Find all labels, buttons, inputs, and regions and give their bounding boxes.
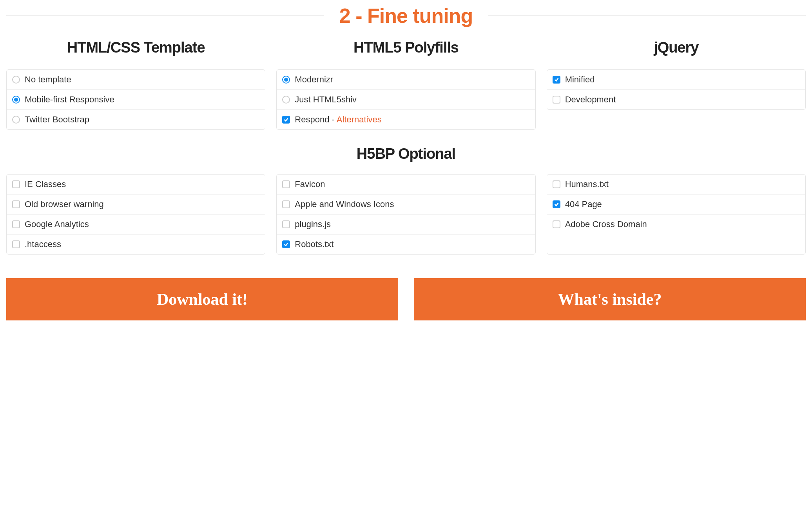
h5bp-group-3: Humans.txt 404 Page Adobe Cross Domain xyxy=(547,174,806,255)
option-group-template: No template Mobile-first Responsive Twit… xyxy=(6,69,265,130)
checkbox-icon xyxy=(282,240,290,248)
radio-icon xyxy=(12,76,20,84)
whats-inside-button[interactable]: What's inside? xyxy=(414,278,806,320)
option-respond[interactable]: Respond - Alternatives xyxy=(277,110,535,129)
column-title-polyfills: HTML5 Polyfills xyxy=(276,39,535,56)
option-group-jquery: Minified Development xyxy=(547,69,806,110)
checkbox-icon xyxy=(553,200,560,208)
option-bootstrap[interactable]: Twitter Bootstrap xyxy=(7,110,265,129)
option-old-browser-warning[interactable]: Old browser warning xyxy=(7,195,265,215)
checkbox-icon xyxy=(282,180,290,188)
column-title-jquery: jQuery xyxy=(547,39,806,56)
checkbox-icon xyxy=(553,76,560,84)
option-label: plugins.js xyxy=(295,219,529,229)
section-title: 2 - Fine tuning xyxy=(324,4,488,27)
option-label: Google Analytics xyxy=(25,219,259,229)
option-404-page[interactable]: 404 Page xyxy=(547,195,805,215)
option-minified[interactable]: Minified xyxy=(547,70,805,90)
radio-icon xyxy=(282,76,290,84)
download-button[interactable]: Download it! xyxy=(6,278,398,320)
column-jquery: jQuery Minified Development xyxy=(547,39,806,130)
column-polyfills: HTML5 Polyfills Modernizr Just HTML5shiv… xyxy=(276,39,535,130)
h5bp-group-2: Favicon Apple and Windows Icons plugins.… xyxy=(276,174,535,255)
option-ie-classes[interactable]: IE Classes xyxy=(7,175,265,195)
option-label: Apple and Windows Icons xyxy=(295,199,529,209)
option-no-template[interactable]: No template xyxy=(7,70,265,90)
radio-icon xyxy=(282,96,290,104)
checkbox-icon xyxy=(553,220,560,228)
alternatives-link[interactable]: Alternatives xyxy=(337,115,382,124)
checkbox-icon xyxy=(282,220,290,228)
divider-left xyxy=(6,15,324,16)
column-title-template: HTML/CSS Template xyxy=(6,39,265,56)
divider-right xyxy=(488,15,806,16)
checkbox-icon xyxy=(282,200,290,208)
option-label: IE Classes xyxy=(25,179,259,189)
checkbox-icon xyxy=(282,116,290,124)
radio-icon xyxy=(12,116,20,124)
h5bp-group-1: IE Classes Old browser warning Google An… xyxy=(6,174,265,255)
checkbox-icon xyxy=(12,240,20,248)
option-group-polyfills: Modernizr Just HTML5shiv Respond - Alter… xyxy=(276,69,535,130)
option-apple-windows-icons[interactable]: Apple and Windows Icons xyxy=(277,195,535,215)
option-label: Robots.txt xyxy=(295,239,529,249)
option-development[interactable]: Development xyxy=(547,90,805,109)
option-html5shiv[interactable]: Just HTML5shiv xyxy=(277,90,535,110)
option-label: No template xyxy=(25,75,259,85)
checkbox-icon xyxy=(553,96,560,104)
option-label: Old browser warning xyxy=(25,199,259,209)
respond-sep: - xyxy=(329,115,336,124)
option-label: Development xyxy=(565,95,800,105)
checkbox-icon xyxy=(12,220,20,228)
option-htaccess[interactable]: .htaccess xyxy=(7,235,265,254)
option-label: Modernizr xyxy=(295,75,529,85)
checkbox-icon xyxy=(12,180,20,188)
option-humans-txt[interactable]: Humans.txt xyxy=(547,175,805,195)
option-label: Adobe Cross Domain xyxy=(565,219,800,229)
option-label: Humans.txt xyxy=(565,179,800,189)
option-label: .htaccess xyxy=(25,239,259,249)
option-label: Favicon xyxy=(295,179,529,189)
column-template: HTML/CSS Template No template Mobile-fir… xyxy=(6,39,265,130)
radio-icon xyxy=(12,96,20,104)
option-robots-txt[interactable]: Robots.txt xyxy=(277,235,535,254)
section-header: 2 - Fine tuning xyxy=(6,4,806,27)
option-adobe-cross-domain[interactable]: Adobe Cross Domain xyxy=(547,215,805,234)
option-label: Just HTML5shiv xyxy=(295,95,529,105)
option-label: Mobile-first Responsive xyxy=(25,95,259,105)
option-label: Minified xyxy=(565,75,800,85)
option-label: Respond - Alternatives xyxy=(295,115,529,125)
option-label: Twitter Bootstrap xyxy=(25,115,259,125)
option-modernizr[interactable]: Modernizr xyxy=(277,70,535,90)
subsection-title-h5bp: H5BP Optional xyxy=(6,146,806,162)
actions-row: Download it! What's inside? xyxy=(6,278,806,320)
option-plugins-js[interactable]: plugins.js xyxy=(277,215,535,235)
checkbox-icon xyxy=(553,180,560,188)
respond-label: Respond xyxy=(295,115,329,124)
option-label: 404 Page xyxy=(565,199,800,209)
option-google-analytics[interactable]: Google Analytics xyxy=(7,215,265,235)
option-mobile-first[interactable]: Mobile-first Responsive xyxy=(7,90,265,110)
option-favicon[interactable]: Favicon xyxy=(277,175,535,195)
checkbox-icon xyxy=(12,200,20,208)
